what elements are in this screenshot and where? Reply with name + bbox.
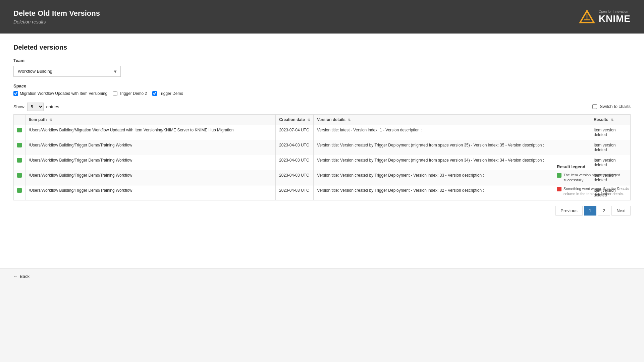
col-creation-date[interactable]: Creation date ⇅ [276, 115, 314, 125]
space-section: Space Migration Workflow Updated with It… [13, 83, 631, 96]
sort-icon-results: ⇅ [611, 118, 613, 122]
back-label: Back [20, 274, 30, 279]
cell-item-path: /Users/Workflow Building/Trigger Demo/Tr… [25, 185, 276, 200]
status-dot-green [17, 128, 22, 132]
result-legend: Result legend The item version has been … [557, 164, 631, 200]
legend-red-dot [557, 187, 561, 191]
legend-error-text: Something went wrong. See the Results co… [564, 186, 631, 197]
sort-icon-version-details: ⇅ [348, 118, 351, 122]
knime-tagline: Open for Innovation [599, 10, 631, 13]
show-entries-control: Show 5 10 25 50 entries [13, 103, 631, 111]
team-label: Team [13, 58, 631, 63]
back-button[interactable]: ← Back [13, 274, 30, 279]
knime-logo: Open for Innovation KNIME [579, 9, 631, 24]
space-checkbox-trigger-demo-2-input[interactable] [113, 91, 117, 96]
cell-status [14, 155, 25, 170]
space-trigger-demo-label: Trigger Demo [159, 91, 183, 96]
previous-button[interactable]: Previous [555, 206, 583, 216]
cell-version-details: Version title: latest - Version index: 1… [314, 125, 590, 140]
show-label: Show [13, 104, 24, 109]
status-dot-green [17, 143, 22, 147]
cell-status [14, 140, 25, 155]
table-row: /Users/Workflow Building/Trigger Demo/Tr… [14, 140, 631, 155]
space-checkbox-migration-input[interactable] [13, 91, 18, 96]
team-dropdown[interactable]: Workflow Building [13, 66, 121, 77]
cell-status [14, 125, 25, 140]
knime-name: KNIME [599, 13, 631, 24]
table-row: /Users/Workflow Building/Migration Workf… [14, 125, 631, 140]
table-body: /Users/Workflow Building/Migration Workf… [14, 125, 631, 200]
space-trigger-demo-2-label: Trigger Demo 2 [119, 91, 147, 96]
space-checkbox-trigger-demo[interactable]: Trigger Demo [152, 91, 183, 96]
entries-label: entries [46, 104, 59, 109]
status-dot-green [17, 173, 22, 178]
cell-version-details: Version title: Version created by Trigge… [314, 140, 590, 155]
sort-icon-item-path: ⇅ [49, 118, 52, 122]
table-row: /Users/Workflow Building/Trigger Demo/Tr… [14, 185, 631, 200]
main-content: Deleted versions Team Workflow Building … [0, 34, 644, 268]
cell-item-path: /Users/Workflow Building/Trigger Demo/Tr… [25, 170, 276, 185]
header-text: Delete Old Item Versions Deletion result… [13, 9, 100, 24]
table-row: /Users/Workflow Building/Trigger Demo/Tr… [14, 155, 631, 170]
switch-charts-control: Switch to charts [592, 104, 631, 109]
team-dropdown-wrapper: Workflow Building ▼ [13, 66, 121, 77]
switch-charts-checkbox[interactable] [592, 104, 597, 109]
col-status [14, 115, 25, 125]
knime-triangle-icon [579, 9, 595, 24]
legend-success-text: The item version has been deleted succes… [564, 173, 631, 183]
page-header: Delete Old Item Versions Deletion result… [0, 0, 644, 34]
cell-version-details: Version title: Version created by Trigge… [314, 170, 590, 185]
switch-charts-label[interactable]: Switch to charts [600, 104, 631, 109]
page-footer: ← Back [0, 268, 644, 284]
legend-title: Result legend [557, 164, 631, 169]
cell-creation-date: 2023-04-03 UTC [276, 140, 314, 155]
table-row: /Users/Workflow Building/Trigger Demo/Tr… [14, 170, 631, 185]
results-table: Item path ⇅ Creation date ⇅ Version deta… [13, 114, 631, 200]
pagination: Previous 1 2 Next [13, 206, 631, 216]
table-header-row: Item path ⇅ Creation date ⇅ Version deta… [14, 115, 631, 125]
cell-creation-date: 2023-04-03 UTC [276, 155, 314, 170]
cell-creation-date: 2023-04-03 UTC [276, 170, 314, 185]
cell-status [14, 170, 25, 185]
cell-status [14, 185, 25, 200]
col-item-path[interactable]: Item path ⇅ [25, 115, 276, 125]
cell-creation-date: 2023-07-04 UTC [276, 125, 314, 140]
cell-item-path: /Users/Workflow Building/Migration Workf… [25, 125, 276, 140]
cell-creation-date: 2023-04-03 UTC [276, 185, 314, 200]
back-arrow-icon: ← [13, 274, 18, 279]
cell-results: Item version deleted [590, 125, 631, 140]
space-label: Space [13, 83, 631, 88]
page-2-button[interactable]: 2 [598, 206, 610, 216]
cell-version-details: Version title: Version created by Trigge… [314, 155, 590, 170]
legend-item-error: Something went wrong. See the Results co… [557, 186, 631, 197]
cell-item-path: /Users/Workflow Building/Trigger Demo/Tr… [25, 140, 276, 155]
legend-item-success: The item version has been deleted succes… [557, 173, 631, 183]
page-subtitle: Deletion results [13, 19, 100, 24]
space-checkbox-trigger-demo-2[interactable]: Trigger Demo 2 [113, 91, 147, 96]
legend-green-dot [557, 173, 561, 178]
next-button[interactable]: Next [611, 206, 631, 216]
space-migration-label: Migration Workflow Updated with Item Ver… [20, 91, 107, 96]
entries-per-page-select[interactable]: 5 10 25 50 [27, 103, 44, 111]
col-version-details[interactable]: Version details ⇅ [314, 115, 590, 125]
status-dot-green [17, 188, 22, 193]
col-results[interactable]: Results ⇅ [590, 115, 631, 125]
section-title: Deleted versions [13, 44, 631, 51]
status-dot-green [17, 158, 22, 163]
sort-icon-creation-date: ⇅ [307, 118, 310, 122]
knime-brand-text: Open for Innovation KNIME [599, 10, 631, 24]
cell-item-path: /Users/Workflow Building/Trigger Demo/Tr… [25, 155, 276, 170]
cell-results: Item version deleted [590, 140, 631, 155]
cell-version-details: Version title: Version created by Trigge… [314, 185, 590, 200]
page-title: Delete Old Item Versions [13, 9, 100, 18]
space-checkbox-trigger-demo-input[interactable] [152, 91, 157, 96]
space-checkbox-migration[interactable]: Migration Workflow Updated with Item Ver… [13, 91, 107, 96]
page-1-button[interactable]: 1 [584, 206, 596, 216]
space-checkbox-group: Migration Workflow Updated with Item Ver… [13, 91, 631, 96]
